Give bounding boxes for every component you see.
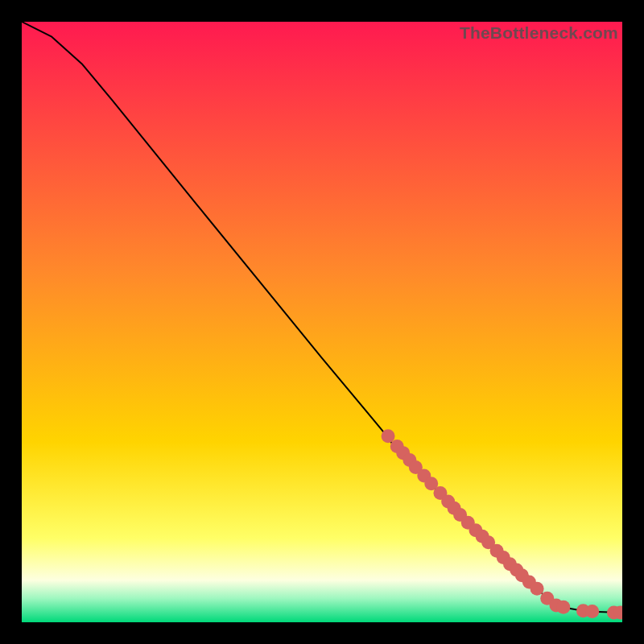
data-marker — [382, 429, 395, 443]
data-marker — [585, 605, 599, 618]
gradient-background — [22, 22, 622, 622]
chart-canvas — [22, 22, 622, 622]
watermark-text: TheBottleneck.com — [460, 23, 618, 43]
data-marker — [530, 582, 544, 596]
data-marker — [556, 601, 570, 614]
chart-frame — [22, 22, 622, 622]
